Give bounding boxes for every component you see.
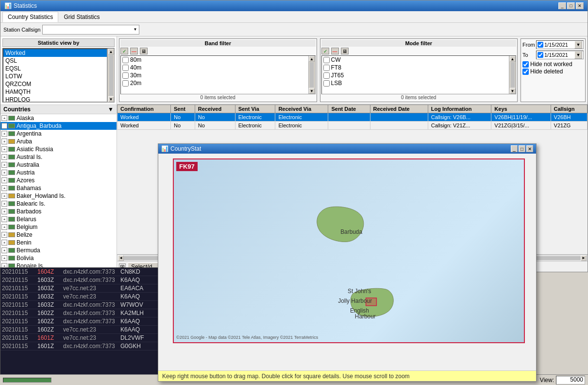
view-field[interactable]: 5000 xyxy=(556,376,585,385)
mode-jt65[interactable]: JT65 xyxy=(322,71,509,79)
expand-antigua[interactable]: - xyxy=(1,123,7,129)
band-scroll-down[interactable]: ▼ xyxy=(309,88,315,94)
progress-bar xyxy=(3,378,51,383)
close-button[interactable]: ✕ xyxy=(576,2,584,9)
hide-not-worked-label[interactable]: Hide not worked xyxy=(522,61,584,68)
statview-item-hamqth[interactable]: HAMQTH xyxy=(3,88,107,96)
statview-scroll-up[interactable]: ▲ xyxy=(108,49,114,54)
country-item-belarus[interactable]: + Belarus xyxy=(0,215,117,223)
band-30m[interactable]: 30m xyxy=(121,71,308,79)
country-item-benin[interactable]: + Benin xyxy=(0,239,117,246)
statview-item-lotw[interactable]: LOTW xyxy=(3,72,107,80)
country-item-belize[interactable]: + Belize xyxy=(0,231,117,239)
tab-grid-statistics[interactable]: Grid Statistics xyxy=(58,12,105,22)
popup-minimize-btn[interactable]: _ xyxy=(511,145,518,152)
statview-item-hrdlog[interactable]: HRDLOG xyxy=(3,96,107,102)
expand-bahamas[interactable]: + xyxy=(1,185,7,191)
country-item-balearic[interactable]: + Balearic Is. xyxy=(0,200,117,208)
map-area[interactable]: FK97 Barbuda St John's Jolly Harbour Eng… xyxy=(173,158,525,343)
popup-maximize-btn[interactable]: □ xyxy=(519,145,525,152)
country-item-azores[interactable]: + Azores xyxy=(0,176,117,184)
expand-austral[interactable]: + xyxy=(1,154,7,160)
band-toggle-monitor[interactable]: 🖥 xyxy=(140,48,148,54)
date-to-input[interactable]: 1/15/2021 ▼ xyxy=(536,51,584,59)
expand-belarus[interactable]: + xyxy=(1,216,7,222)
country-item-aruba[interactable]: + Aruba xyxy=(0,138,117,145)
hide-deleted-label[interactable]: Hide deleted xyxy=(522,68,584,75)
statview-item-eqsl[interactable]: EQSL xyxy=(3,65,107,72)
date-from-checkbox[interactable] xyxy=(538,42,543,48)
station-callsign-dropdown[interactable]: ▼ xyxy=(42,25,139,35)
expand-austria[interactable]: + xyxy=(1,170,7,175)
grid-row-0[interactable]: Worked No No Electronic Electronic Calls… xyxy=(118,113,588,122)
popup-btns: _ □ ✕ xyxy=(511,145,533,152)
band-scroll-up[interactable]: ▲ xyxy=(309,56,315,62)
country-item-australia[interactable]: + Australia xyxy=(0,161,117,169)
band-toggle-check[interactable]: ✓ xyxy=(120,48,128,54)
mode-ft8[interactable]: FT8 xyxy=(322,64,509,71)
expand-balearic[interactable]: + xyxy=(1,201,7,207)
band-80m[interactable]: 80m xyxy=(121,56,308,64)
statview-scroll-down[interactable]: ▼ xyxy=(108,96,114,102)
maximize-button[interactable]: □ xyxy=(567,2,575,9)
expand-belize[interactable]: + xyxy=(1,232,7,238)
expand-benin[interactable]: + xyxy=(1,240,7,245)
tab-country-statistics[interactable]: Country Statistics xyxy=(2,12,58,22)
mode-scroll-down[interactable]: ▼ xyxy=(510,88,516,94)
hide-not-worked-checkbox[interactable] xyxy=(522,61,529,68)
expand-bermuda[interactable]: + xyxy=(1,247,7,253)
mode-toggle-check[interactable]: ✓ xyxy=(321,48,329,54)
expand-asiatic-russia[interactable]: + xyxy=(1,146,7,152)
scroll-right-btn[interactable]: ► xyxy=(581,255,587,261)
date-from-input[interactable]: 1/15/2021 ▼ xyxy=(536,40,584,49)
statview-item-worked[interactable]: Worked xyxy=(3,49,107,57)
country-item-bolivia[interactable]: + Bolivia xyxy=(0,254,117,262)
band-scrollbar[interactable]: ▲ ▼ xyxy=(308,56,315,94)
country-item-argentina[interactable]: + Argentina xyxy=(0,130,117,138)
hide-deleted-checkbox[interactable] xyxy=(522,69,529,75)
expand-bolivia[interactable]: + xyxy=(1,255,7,261)
expand-australia[interactable]: + xyxy=(1,162,7,168)
band-40m[interactable]: 40m xyxy=(121,64,308,71)
statview-item-qrzcom[interactable]: QRZCOM xyxy=(3,80,107,88)
minimize-button[interactable]: _ xyxy=(558,2,566,9)
date-to-checkbox[interactable] xyxy=(538,52,543,58)
band-toggle-minus[interactable]: — xyxy=(130,48,138,54)
country-list[interactable]: + Alaska - Antigua_Barbuda + Argentina + xyxy=(0,114,117,272)
flag-balearic xyxy=(8,201,15,206)
band-20m[interactable]: 20m xyxy=(121,79,308,87)
col-received-via: Received Via xyxy=(275,105,328,113)
mode-cw[interactable]: CW xyxy=(322,56,509,64)
expand-baker[interactable]: + xyxy=(1,193,7,199)
country-item-baker[interactable]: + Baker_Howland Is. xyxy=(0,192,117,200)
statview-item-qsl[interactable]: QSL xyxy=(3,57,107,65)
grid-row-1[interactable]: Worked No No Electronic Electronic Calls… xyxy=(118,122,588,130)
country-item-alaska[interactable]: + Alaska xyxy=(0,114,117,122)
log-call-2: EA6ACA xyxy=(120,285,147,292)
mode-scroll-up[interactable]: ▲ xyxy=(510,56,516,62)
cell-sent-date-1 xyxy=(328,122,370,130)
window-title: Statistics xyxy=(14,2,37,9)
expand-aruba[interactable]: + xyxy=(1,139,7,144)
country-item-bahamas[interactable]: + Bahamas xyxy=(0,184,117,192)
expand-azores[interactable]: + xyxy=(1,177,7,183)
country-item-austria[interactable]: + Austria xyxy=(0,169,117,176)
country-item-asiatic-russia[interactable]: + Asiatic Russia xyxy=(0,145,117,153)
expand-alaska[interactable]: + xyxy=(1,115,7,121)
country-item-bermuda[interactable]: + Bermuda xyxy=(0,246,117,254)
mode-scrollbar[interactable]: ▲ ▼ xyxy=(509,56,516,94)
country-item-barbados[interactable]: + Barbados xyxy=(0,208,117,215)
mode-lsb[interactable]: LSB xyxy=(322,79,509,87)
expand-barbados[interactable]: + xyxy=(1,209,7,214)
date-from-cal-btn[interactable]: ▼ xyxy=(574,41,582,49)
expand-argentina[interactable]: + xyxy=(1,131,7,137)
country-item-antigua[interactable]: - Antigua_Barbuda xyxy=(0,122,117,130)
popup-close-btn[interactable]: ✕ xyxy=(526,145,533,152)
country-item-belgium[interactable]: + Belgium xyxy=(0,223,117,231)
country-item-austral[interactable]: + Austral Is. xyxy=(0,153,117,161)
date-to-cal-btn[interactable]: ▼ xyxy=(574,51,582,59)
mode-toggle-minus[interactable]: — xyxy=(331,48,339,54)
mode-toggle-monitor[interactable]: 🖥 xyxy=(341,48,349,54)
scroll-left-btn[interactable]: ◄ xyxy=(118,255,124,261)
expand-belgium[interactable]: + xyxy=(1,224,7,230)
